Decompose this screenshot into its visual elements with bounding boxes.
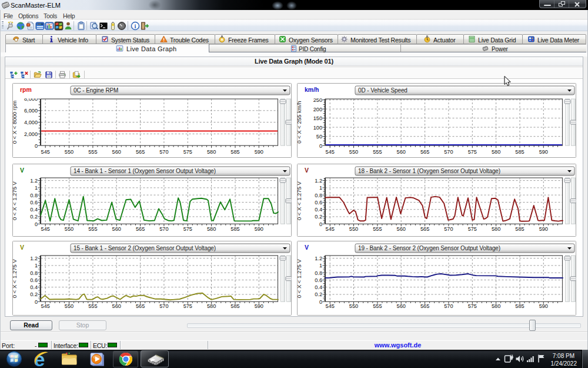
svg-text:0.6: 0.6 <box>315 200 322 205</box>
svg-text:0 < X < 1.275 V: 0 < X < 1.275 V <box>12 181 18 220</box>
svg-text:0: 0 <box>35 221 38 227</box>
svg-text:555: 555 <box>373 226 382 232</box>
svg-text:0.2: 0.2 <box>315 291 322 297</box>
svg-text:590: 590 <box>539 149 548 155</box>
svg-text:1.2: 1.2 <box>30 178 38 184</box>
svg-text:570: 570 <box>159 303 168 309</box>
svg-text:580: 580 <box>207 303 216 309</box>
svg-text:0.8: 0.8 <box>315 270 322 276</box>
svg-text:580: 580 <box>492 149 500 155</box>
svg-text:50: 50 <box>316 134 322 140</box>
svg-text:150: 150 <box>313 115 322 121</box>
svg-text:545: 545 <box>326 149 335 155</box>
svg-text:560: 560 <box>112 303 121 309</box>
svg-text:580: 580 <box>207 226 216 232</box>
svg-text:1.2: 1.2 <box>30 256 38 261</box>
svg-text:570: 570 <box>444 226 453 232</box>
svg-text:560: 560 <box>397 303 406 309</box>
svg-text:0: 0 <box>319 299 322 305</box>
svg-text:0.8: 0.8 <box>30 270 38 276</box>
svg-text:550: 550 <box>349 303 358 309</box>
svg-text:km/h: km/h <box>305 86 319 93</box>
svg-text:555: 555 <box>373 149 382 155</box>
svg-text:590: 590 <box>255 226 263 232</box>
svg-text:560: 560 <box>397 149 406 155</box>
svg-text:570: 570 <box>159 226 168 232</box>
svg-text:V: V <box>305 167 309 174</box>
svg-text:0.4: 0.4 <box>30 284 38 290</box>
svg-text:1: 1 <box>35 263 38 268</box>
svg-text:0: 0 <box>319 221 322 227</box>
svg-text:545: 545 <box>326 226 335 232</box>
svg-text:0 < X < 1.275 V: 0 < X < 1.275 V <box>12 259 18 299</box>
svg-text:0: 0 <box>35 143 38 149</box>
svg-text:555: 555 <box>88 226 97 232</box>
svg-text:V: V <box>20 167 24 174</box>
svg-text:570: 570 <box>444 149 453 155</box>
svg-text:545: 545 <box>41 303 50 309</box>
svg-text:570: 570 <box>159 149 168 155</box>
svg-text:1.2: 1.2 <box>315 256 322 261</box>
svg-text:0 < X < 255 km/h: 0 < X < 255 km/h <box>297 101 302 143</box>
svg-text:575: 575 <box>183 303 192 309</box>
svg-text:565: 565 <box>420 149 429 155</box>
svg-text:14 - Bank 1 - Sensor 1 (Oxygen: 14 - Bank 1 - Sensor 1 (Oxygen Sensor Ou… <box>74 168 216 174</box>
svg-text:4,000: 4,000 <box>24 120 38 125</box>
svg-text:585: 585 <box>230 226 239 232</box>
svg-text:0.8: 0.8 <box>30 193 38 198</box>
svg-text:1: 1 <box>319 263 322 268</box>
svg-text:570: 570 <box>444 303 453 309</box>
svg-text:560: 560 <box>112 149 121 155</box>
svg-text:565: 565 <box>136 303 145 309</box>
svg-text:0 < X < 1.275 V: 0 < X < 1.275 V <box>297 259 302 299</box>
svg-text:555: 555 <box>88 303 97 309</box>
svg-text:0.6: 0.6 <box>30 200 38 205</box>
svg-text:575: 575 <box>468 226 477 232</box>
svg-text:575: 575 <box>468 303 477 309</box>
svg-text:1: 1 <box>319 185 322 191</box>
svg-text:580: 580 <box>207 149 216 155</box>
svg-text:0.2: 0.2 <box>30 214 38 220</box>
svg-text:0.2: 0.2 <box>315 214 322 220</box>
svg-text:550: 550 <box>349 149 358 155</box>
svg-text:19 - Bank 2 - Sensor 2 (Oxygen: 19 - Bank 2 - Sensor 2 (Oxygen Sensor Ou… <box>358 245 500 251</box>
svg-text:i: i <box>135 23 136 29</box>
svg-text:0: 0 <box>35 299 38 305</box>
svg-text:0.6: 0.6 <box>30 277 38 283</box>
svg-text:585: 585 <box>515 303 524 309</box>
svg-text:0.6: 0.6 <box>315 277 322 283</box>
svg-text:545: 545 <box>41 226 50 232</box>
svg-text:580: 580 <box>492 226 500 232</box>
svg-text:545: 545 <box>326 303 335 309</box>
svg-text:6,000: 6,000 <box>24 108 38 114</box>
svg-text:575: 575 <box>183 149 192 155</box>
svg-text:545: 545 <box>41 149 50 155</box>
svg-text:575: 575 <box>468 149 477 155</box>
svg-text:575: 575 <box>183 226 192 232</box>
svg-text:100: 100 <box>313 125 322 131</box>
svg-text:0C - Engine RPM: 0C - Engine RPM <box>74 87 118 94</box>
svg-text:555: 555 <box>88 149 97 155</box>
svg-text:585: 585 <box>515 226 524 232</box>
svg-text:550: 550 <box>349 226 358 232</box>
svg-text:565: 565 <box>136 149 145 155</box>
svg-text:0.4: 0.4 <box>315 207 322 213</box>
svg-text:585: 585 <box>515 149 524 155</box>
svg-text:15 - Bank 1 - Sensor 2 (Oxygen: 15 - Bank 1 - Sensor 2 (Oxygen Sensor Ou… <box>74 245 216 251</box>
svg-text:565: 565 <box>420 303 429 309</box>
svg-text:200: 200 <box>313 107 322 112</box>
svg-text:V: V <box>305 244 309 251</box>
svg-text:0.2: 0.2 <box>30 291 38 297</box>
svg-text:0.4: 0.4 <box>30 207 38 213</box>
svg-text:0 < X < 1.275 V: 0 < X < 1.275 V <box>297 181 302 220</box>
svg-text:550: 550 <box>65 149 74 155</box>
svg-text:1.2: 1.2 <box>315 178 322 184</box>
svg-text:550: 550 <box>65 303 74 309</box>
svg-text:590: 590 <box>255 149 263 155</box>
svg-text:585: 585 <box>230 303 239 309</box>
svg-text:555: 555 <box>373 303 382 309</box>
svg-text:560: 560 <box>112 226 121 232</box>
svg-text:590: 590 <box>255 303 263 309</box>
svg-text:V: V <box>20 244 24 251</box>
svg-text:2,000: 2,000 <box>24 131 38 137</box>
